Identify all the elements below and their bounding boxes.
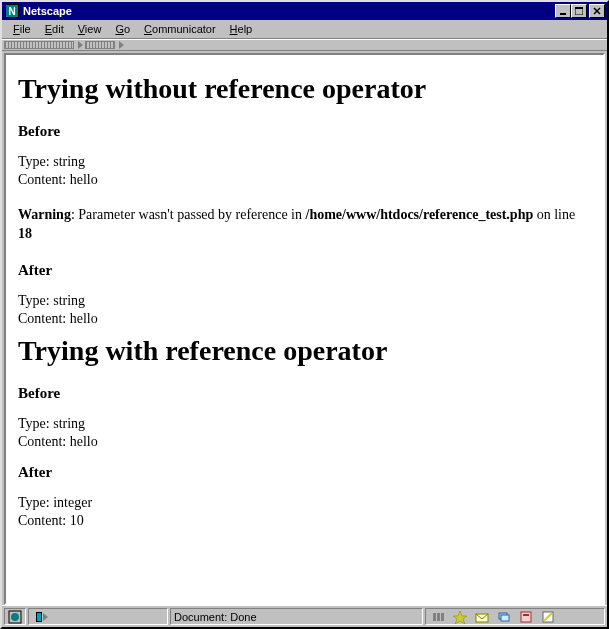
address-book-icon[interactable] [518,609,534,625]
minimize-button[interactable] [555,4,571,18]
status-text-cell: Document: Done [170,608,423,625]
content-line: Content: 10 [18,513,591,529]
toolbar-grip-icon [85,41,115,49]
window-buttons [555,4,605,18]
status-drag-cell [28,608,168,625]
menu-view[interactable]: View [71,22,109,36]
content-viewport[interactable]: Trying without reference operator Before… [4,53,605,605]
expand-toolbar-icon [119,41,124,49]
subheading-after-1: After [18,262,591,279]
menu-go[interactable]: Go [108,22,137,36]
window-title: Netscape [23,5,555,17]
heading-section-1: Trying without reference operator [18,73,591,105]
status-text: Document: Done [174,611,257,623]
heading-section-2: Trying with reference operator [18,335,591,367]
svg-rect-15 [523,614,529,616]
svg-rect-7 [433,613,436,621]
maximize-button[interactable] [571,4,587,18]
menu-file[interactable]: File [6,22,38,36]
menu-edit[interactable]: Edit [38,22,71,36]
svg-rect-13 [501,615,509,621]
warning-text: : Parameter wasn't passed by reference i… [71,207,306,222]
content-line: Content: hello [18,311,591,327]
netscape-icon: N [5,4,19,18]
svg-point-6 [11,613,19,621]
warning-label: Warning [18,207,71,222]
menu-bar: File Edit View Go Communicator Help [2,20,607,39]
menu-communicator[interactable]: Communicator [137,22,223,36]
warning-file: /home/www/htdocs/reference_test.php [306,207,534,222]
svg-marker-10 [453,611,467,624]
svg-rect-14 [521,612,531,622]
svg-rect-9 [441,613,444,621]
netscape-small-icon [8,609,22,625]
collapsed-toolbar[interactable] [2,39,607,51]
inbox-icon[interactable] [474,609,490,625]
drag-bookmark-icon[interactable] [32,611,52,623]
svg-rect-8 [437,613,440,621]
type-line: Type: string [18,293,591,309]
expand-toolbar-icon [78,41,83,49]
type-line: Type: string [18,416,591,432]
app-icon: N [4,3,20,19]
subheading-before-1: Before [18,123,591,140]
application-window: N Netscape File Edit View Go Communicato… [0,0,609,629]
content-line: Content: hello [18,434,591,450]
page-content: Trying without reference operator Before… [6,55,603,541]
close-button[interactable] [589,4,605,18]
composer-icon[interactable] [540,609,556,625]
svg-rect-2 [575,7,583,9]
warning-line-number: 18 [18,226,32,241]
status-netscape-button[interactable] [4,608,26,625]
status-tray [425,608,605,625]
status-bar: Document: Done [2,605,607,627]
svg-rect-0 [560,13,566,15]
subheading-before-2: Before [18,385,591,402]
navigator-icon[interactable] [452,609,468,625]
content-line: Content: hello [18,172,591,188]
newsgroups-icon[interactable] [496,609,512,625]
subheading-after-2: After [18,464,591,481]
component-bar-icon[interactable] [430,609,446,625]
type-line: Type: integer [18,495,591,511]
title-bar: N Netscape [2,2,607,20]
toolbar-grip-icon [4,41,74,49]
warning-text: on line [533,207,575,222]
php-warning: Warning: Parameter wasn't passed by refe… [18,206,591,244]
type-line: Type: string [18,154,591,170]
menu-help[interactable]: Help [223,22,260,36]
